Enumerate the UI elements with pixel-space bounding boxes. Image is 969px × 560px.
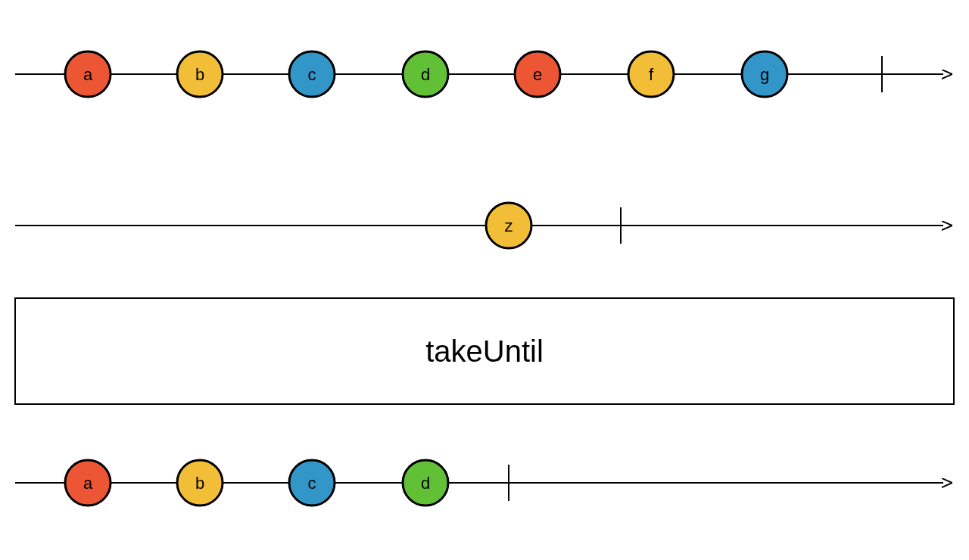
marble-source-e: e [515,51,560,97]
marble-output-c: c [289,460,335,506]
marble-output-b: b [177,460,223,506]
marble-source-d: d [403,51,448,97]
marble-label-output-a: a [83,474,93,493]
marble-label-notifier-z: z [505,216,513,235]
marble-label-source-d: d [421,65,430,84]
operator-label: takeUntil [425,334,544,368]
marble-label-source-a: a [83,65,93,84]
marble-label-output-d: d [421,474,430,493]
marble-label-output-c: c [308,474,316,493]
marble-notifier-z: z [486,203,531,248]
marble-label-source-e: e [533,65,542,84]
marble-source-c: c [289,51,335,97]
marble-source-b: b [177,51,223,97]
marble-output-a: a [65,460,111,506]
marble-source-a: a [65,51,111,97]
stream-notifier: z [15,203,943,248]
marble-label-output-b: b [195,474,204,493]
marble-label-source-g: g [760,65,769,84]
marble-source-g: g [742,51,787,97]
marble-diagram: abcdefgzabcd takeUntil [0,0,969,560]
streams-layer: abcdefgzabcd [15,51,943,506]
marble-label-source-f: f [649,65,654,84]
marble-label-source-b: b [195,65,204,84]
operator-box: takeUntil [15,298,954,404]
stream-output: abcd [15,460,943,506]
marble-source-f: f [628,51,674,97]
stream-source: abcdefg [15,51,943,97]
marble-output-d: d [403,460,448,506]
marble-label-source-c: c [308,65,316,84]
